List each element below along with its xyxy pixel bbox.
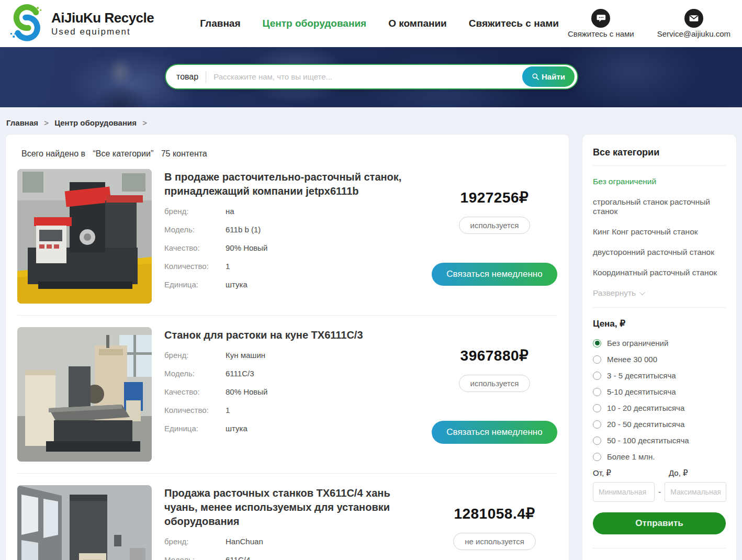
price-option[interactable]: 20 - 50 десятитысяча — [593, 420, 726, 429]
spec-label: Модель: — [164, 555, 226, 560]
radio-icon — [593, 388, 601, 396]
breadcrumb: Главная > Центр оборудования > — [0, 107, 742, 134]
nav-about[interactable]: О компании — [388, 18, 447, 29]
from-label: От, ₽ — [593, 468, 669, 478]
spec-value: 611b b (1) — [226, 225, 261, 234]
breadcrumb-home[interactable]: Главная — [6, 118, 38, 127]
price-option[interactable]: 10 - 20 десятитысяча — [593, 404, 726, 412]
product-title[interactable]: В продаже расточительно-расточный станок… — [164, 170, 422, 198]
spec-value: штука — [226, 280, 248, 289]
product-price: 1281058.4₽ — [454, 505, 535, 522]
spec-value: 1 — [226, 406, 230, 415]
product-price: 3967880₽ — [460, 347, 529, 364]
divider — [593, 165, 726, 166]
nav-equipment-center[interactable]: Центр оборудования — [263, 18, 367, 29]
nav-contact[interactable]: Свяжитесь с нами — [469, 18, 559, 29]
product-image[interactable] — [17, 327, 152, 462]
radio-label: Более 1 млн. — [607, 452, 655, 461]
radio-icon — [593, 436, 601, 445]
divider — [593, 307, 726, 308]
chevron-down-icon — [639, 289, 645, 295]
product-title[interactable]: Продажа расточных станков TX611C/4 хань … — [164, 486, 422, 529]
categories-title: Все категории — [593, 147, 726, 158]
search-input[interactable] — [213, 72, 522, 81]
min-price-input[interactable] — [593, 482, 655, 502]
price-option[interactable]: 5-10 десятитысяча — [593, 387, 726, 396]
product-row-1: В продаже расточительно-расточный станок… — [17, 166, 557, 315]
product-image[interactable] — [17, 169, 152, 304]
radio-icon — [593, 372, 601, 380]
brand-tagline: Used equipment — [51, 27, 154, 37]
product-image[interactable] — [17, 485, 152, 560]
status-badge: используется — [459, 217, 531, 234]
logo-icon — [7, 3, 46, 44]
header: AiJiuKu Recycle Used equipment Главная Ц… — [0, 0, 742, 47]
range-separator: - — [658, 487, 661, 497]
expand-categories-link[interactable]: Развернуть — [593, 288, 726, 298]
header-contacts: Свяжитесь с нами Service@aijiuku.com — [568, 9, 735, 38]
category-item[interactable]: Кинг Конг расточный станок — [593, 227, 726, 237]
status-badge: используется — [459, 375, 531, 392]
price-filter-title: Цена, ₽ — [593, 318, 726, 329]
spec-value: 1 — [226, 262, 230, 271]
spec-label: Единица: — [164, 424, 226, 433]
page: AiJiuKu Recycle Used equipment Главная Ц… — [0, 0, 742, 560]
content: Всего найдено в “Все категории” 75 конте… — [0, 134, 742, 560]
breadcrumb-separator: > — [44, 118, 49, 127]
category-item[interactable]: строгальный станок расточный станок — [593, 197, 726, 216]
search-category-dropdown[interactable]: товар — [176, 72, 198, 82]
radio-checked-icon — [593, 339, 601, 348]
radio-label: 3 - 5 десятитысяча — [607, 371, 676, 380]
radio-label: Без ограничений — [607, 339, 668, 348]
price-option-no-limit[interactable]: Без ограничений — [593, 339, 726, 348]
brand-logo[interactable]: AiJiuKu Recycle Used equipment — [7, 3, 154, 44]
category-item[interactable]: Координатный расточный станок — [593, 268, 726, 277]
contact-now-button[interactable]: Связаться немедленно — [432, 263, 557, 286]
price-option[interactable]: 3 - 5 десятитысяча — [593, 371, 726, 380]
product-actions: 3967880₽ используется Связаться немедлен… — [432, 327, 557, 462]
spec-label: Модель: — [164, 225, 226, 234]
category-item-all[interactable]: Без ограничений — [593, 177, 726, 186]
category-item[interactable]: двусторонний расточный станок — [593, 248, 726, 257]
spec-label: бренд: — [164, 207, 226, 216]
product-price: 1927256₽ — [460, 189, 529, 206]
nav-home[interactable]: Главная — [200, 18, 240, 29]
product-info: В продаже расточительно-расточный станок… — [164, 169, 422, 304]
search-button[interactable]: Найти — [522, 66, 575, 87]
results-count: 75 контента — [161, 149, 207, 158]
sidebar-filters: Все категории Без ограничений строгальны… — [582, 134, 737, 560]
radio-icon — [593, 420, 601, 429]
product-info: Продажа расточных станков TX611C/4 хань … — [164, 485, 422, 560]
spec-label: Модель: — [164, 369, 226, 378]
contact-chat-label: Свяжитесь с нами — [568, 29, 634, 38]
contact-chat[interactable]: Свяжитесь с нами — [568, 9, 634, 38]
price-option[interactable]: Менее 30 000 — [593, 355, 726, 364]
submit-filter-button[interactable]: Отправить — [593, 512, 726, 534]
range-labels: От, ₽ До, ₽ — [593, 468, 726, 478]
product-title[interactable]: Станок для растоки на куне TX6111C/3 — [164, 328, 422, 342]
spec-value: 80% Новый — [226, 387, 268, 396]
product-row-3: Продажа расточных станков TX611C/4 хань … — [17, 473, 557, 560]
spec-value: HanChuan — [226, 537, 263, 546]
contact-now-button[interactable]: Связаться немедленно — [432, 421, 557, 444]
max-price-input[interactable] — [665, 482, 726, 502]
radio-label: 10 - 20 десятитысяча — [607, 404, 684, 412]
product-list-card: Всего найдено в “Все категории” 75 конте… — [5, 134, 569, 560]
product-actions: 1927256₽ используется Связаться немедлен… — [432, 169, 557, 304]
search-divider — [206, 71, 206, 83]
price-option[interactable]: Более 1 млн. — [593, 452, 726, 461]
contact-email[interactable]: Service@aijiuku.com — [657, 9, 730, 38]
divider — [593, 548, 726, 548]
hero-photo — [78, 57, 162, 107]
radio-label: 50 - 100 десятитысяча — [607, 436, 689, 445]
search-bar: товар Найти — [165, 64, 578, 89]
mail-icon — [684, 9, 703, 28]
spec-value: 6111C/3 — [226, 369, 254, 378]
breadcrumb-section[interactable]: Центр оборудования — [54, 118, 137, 127]
breadcrumb-separator: > — [142, 118, 147, 127]
results-category: “Все категории” — [93, 149, 153, 158]
chat-icon — [591, 9, 610, 28]
radio-icon — [593, 355, 601, 364]
radio-label: 20 - 50 десятитысяча — [607, 420, 684, 429]
price-option[interactable]: 50 - 100 десятитысяча — [593, 436, 726, 445]
